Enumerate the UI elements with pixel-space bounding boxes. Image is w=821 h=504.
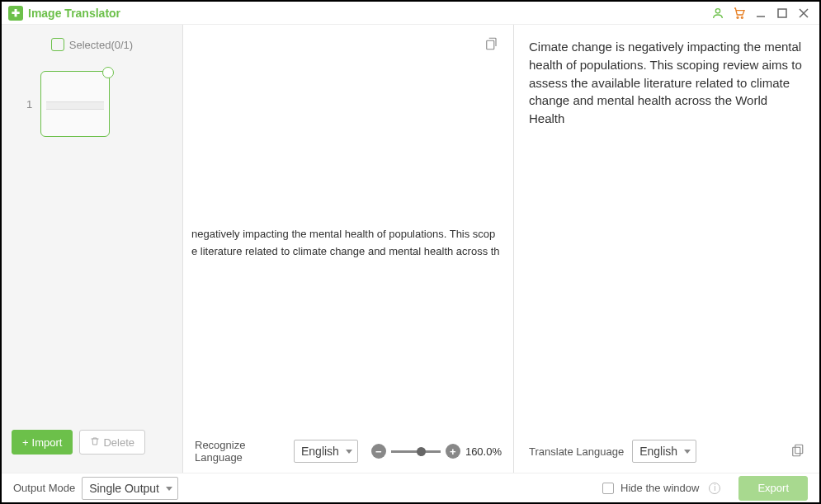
output-mode-value: Single Output bbox=[89, 482, 159, 495]
zoom-in-button[interactable]: + bbox=[446, 444, 460, 459]
sidebar: Selected(0/1) 1 + Import Delete bbox=[2, 25, 183, 473]
titlebar: ✚ Image Translator bbox=[2, 2, 819, 25]
right-toolbar: Translate Language English bbox=[529, 430, 804, 473]
thumbnail-select-dot[interactable] bbox=[102, 67, 114, 78]
output-mode-label: Output Mode bbox=[13, 482, 75, 494]
close-button[interactable] bbox=[795, 4, 813, 22]
recognize-language-select[interactable]: English bbox=[294, 440, 358, 463]
thumbnail-row: 1 bbox=[12, 71, 172, 137]
app-title: Image Translator bbox=[28, 7, 120, 20]
translate-language-label: Translate Language bbox=[529, 445, 624, 458]
right-panel: Cimate change is negatively impacting th… bbox=[514, 25, 819, 473]
app-window: ✚ Image Translator Selected(0/1) 1 bbox=[0, 0, 821, 504]
user-icon[interactable] bbox=[709, 4, 727, 22]
trash-icon bbox=[90, 436, 100, 449]
select-all-checkbox[interactable] bbox=[51, 38, 64, 51]
cart-icon[interactable] bbox=[730, 4, 748, 22]
hide-window-label: Hide the window bbox=[620, 482, 699, 494]
main-area: Selected(0/1) 1 + Import Delete bbox=[2, 25, 819, 473]
translated-text: Cimate change is negatively impacting th… bbox=[529, 38, 804, 430]
recognize-language-value: English bbox=[301, 445, 339, 458]
center-toolbar: Recognize Language English − + 160.0% bbox=[183, 430, 513, 473]
delete-label: Delete bbox=[103, 436, 134, 449]
svg-point-0 bbox=[715, 8, 720, 12]
svg-rect-4 bbox=[778, 9, 786, 17]
minimize-button[interactable] bbox=[752, 4, 770, 22]
maximize-button[interactable] bbox=[773, 4, 791, 22]
svg-rect-9 bbox=[795, 445, 803, 454]
preview-line-2: e literature related to climate change a… bbox=[191, 243, 513, 261]
sidebar-actions: + Import Delete bbox=[12, 430, 172, 459]
export-label: Export bbox=[757, 482, 789, 494]
selected-label: Selected(0/1) bbox=[69, 39, 133, 51]
svg-rect-8 bbox=[793, 447, 800, 456]
selected-row: Selected(0/1) bbox=[12, 38, 172, 51]
app-logo-icon: ✚ bbox=[8, 6, 23, 21]
copy-translation-icon[interactable] bbox=[790, 443, 804, 460]
image-preview[interactable]: negatively impacting the mental health o… bbox=[183, 25, 513, 430]
zoom-controls: − + 160.0% bbox=[371, 444, 502, 459]
thumbnail[interactable] bbox=[40, 71, 110, 137]
export-button[interactable]: Export bbox=[738, 476, 808, 501]
footer: Output Mode Single Output Hide the windo… bbox=[2, 473, 819, 502]
zoom-value: 160.0% bbox=[465, 445, 502, 458]
preview-text: negatively impacting the mental health o… bbox=[191, 226, 513, 261]
zoom-slider[interactable] bbox=[391, 450, 441, 453]
info-icon[interactable]: i bbox=[709, 483, 720, 494]
import-label: Import bbox=[32, 436, 63, 449]
center-panel: negatively impacting the mental health o… bbox=[183, 25, 514, 473]
thumbnail-index: 1 bbox=[26, 98, 32, 111]
svg-point-1 bbox=[737, 16, 738, 18]
delete-button[interactable]: Delete bbox=[79, 430, 145, 455]
import-button[interactable]: + Import bbox=[12, 430, 73, 455]
translate-language-select[interactable]: English bbox=[632, 440, 696, 463]
recognize-language-label: Recognize Language bbox=[195, 439, 284, 464]
plus-icon: + bbox=[22, 436, 29, 449]
preview-line-1: negatively impacting the mental health o… bbox=[191, 226, 513, 243]
svg-point-2 bbox=[741, 16, 743, 18]
output-mode-select[interactable]: Single Output bbox=[82, 477, 178, 500]
zoom-out-button[interactable]: − bbox=[371, 444, 386, 459]
translate-language-value: English bbox=[639, 445, 677, 458]
hide-window-checkbox[interactable] bbox=[602, 483, 614, 494]
